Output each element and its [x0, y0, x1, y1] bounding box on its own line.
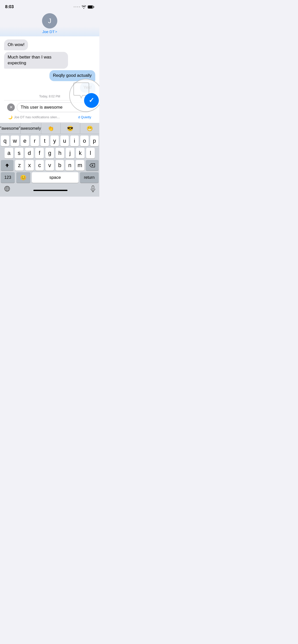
autocomplete-item[interactable]: "awesome": [0, 123, 21, 134]
delete-key[interactable]: [86, 160, 99, 171]
send-quietly-label: d Quietly: [78, 115, 91, 119]
key-v[interactable]: v: [45, 160, 54, 171]
key-o[interactable]: o: [80, 136, 89, 146]
clear-compose-button[interactable]: ✕: [7, 104, 15, 111]
key-t[interactable]: t: [40, 136, 49, 146]
svg-rect-1: [93, 6, 94, 8]
key-q[interactable]: q: [1, 136, 9, 146]
key-m[interactable]: m: [76, 160, 84, 171]
signal-icon: [74, 6, 80, 7]
silence-text: Joe DT has notifications silen...: [14, 115, 60, 119]
key-p[interactable]: p: [90, 136, 99, 146]
contact-header: J Joe DT >: [0, 11, 99, 36]
key-y[interactable]: y: [50, 136, 59, 146]
microphone-key-button[interactable]: [91, 185, 95, 194]
emoji-key[interactable]: 😊: [16, 172, 30, 183]
message-bubble-row: Oh wow!: [4, 39, 95, 50]
imessage-bar[interactable]: iMessage: [4, 121, 95, 123]
home-indicator: [33, 190, 67, 191]
send-overlay: ✓: [69, 79, 99, 112]
key-j[interactable]: j: [66, 148, 74, 158]
key-l[interactable]: l: [86, 148, 95, 158]
svg-rect-18: [92, 186, 94, 189]
contact-name-row[interactable]: Joe DT >: [42, 30, 57, 34]
key-u[interactable]: u: [60, 136, 69, 146]
compose-row[interactable]: ✕ ✓: [4, 100, 95, 114]
autocomplete-bar: "awesome" awesomely 👏 😎 😁: [0, 123, 99, 134]
status-bar: 8:03: [0, 0, 99, 11]
avatar: J: [42, 13, 57, 28]
status-time: 8:03: [5, 4, 14, 9]
key-w[interactable]: w: [11, 136, 19, 146]
received-bubble: Much better than I was expecting: [4, 52, 68, 69]
messages-area: Oh wow! Much better than I was expecting…: [0, 36, 99, 123]
keyboard-row-2: a s d f g h j k l: [0, 146, 99, 158]
keyboard-row-3: z x c v b n m: [0, 158, 99, 171]
contact-chevron-icon: >: [55, 30, 57, 34]
autocomplete-item[interactable]: awesomely: [21, 123, 41, 134]
moon-icon: 🌙: [8, 115, 12, 119]
key-k[interactable]: k: [76, 148, 85, 158]
send-button[interactable]: ✓: [84, 93, 99, 108]
contact-name-text: Joe DT: [42, 30, 55, 34]
key-z[interactable]: z: [15, 160, 24, 171]
key-c[interactable]: c: [35, 160, 44, 171]
checkmark-icon: ✓: [89, 96, 94, 104]
status-icons: [74, 5, 94, 9]
key-d[interactable]: d: [25, 148, 34, 158]
keyboard-row-1: q w e r t y u i o p: [0, 134, 99, 146]
svg-rect-2: [88, 6, 93, 8]
imessage-placeholder[interactable]: iMessage: [29, 122, 82, 123]
keyboard-bottom-row: [0, 184, 99, 197]
keyboard-row-4: 123 😊 space return: [0, 171, 99, 184]
key-i[interactable]: i: [70, 136, 79, 146]
autocomplete-item[interactable]: 😎: [61, 123, 80, 134]
shift-key[interactable]: [1, 160, 13, 171]
return-key[interactable]: return: [80, 172, 99, 183]
silence-notice: 🌙 Joe DT has notifications silen... d Qu…: [4, 114, 95, 121]
key-n[interactable]: n: [65, 160, 74, 171]
battery-icon: [88, 5, 94, 9]
key-x[interactable]: x: [25, 160, 34, 171]
num-key[interactable]: 123: [1, 172, 15, 183]
key-b[interactable]: b: [56, 160, 64, 171]
space-key[interactable]: space: [32, 172, 78, 183]
key-s[interactable]: s: [15, 148, 23, 158]
key-f[interactable]: f: [35, 148, 44, 158]
received-bubble: Oh wow!: [4, 39, 28, 50]
key-e[interactable]: e: [21, 136, 29, 146]
autocomplete-item[interactable]: 😁: [80, 123, 99, 134]
wifi-icon: [82, 5, 86, 9]
key-r[interactable]: r: [31, 136, 39, 146]
keyboard: "awesome" awesomely 👏 😎 😁 q w e r t y u …: [0, 123, 99, 197]
globe-button[interactable]: [4, 186, 10, 193]
key-h[interactable]: h: [56, 148, 64, 158]
message-bubble-row: Much better than I was expecting: [4, 52, 95, 69]
close-icon: ✕: [9, 105, 13, 110]
key-a[interactable]: a: [5, 148, 13, 158]
key-g[interactable]: g: [45, 148, 54, 158]
autocomplete-item[interactable]: 👏: [41, 123, 61, 134]
